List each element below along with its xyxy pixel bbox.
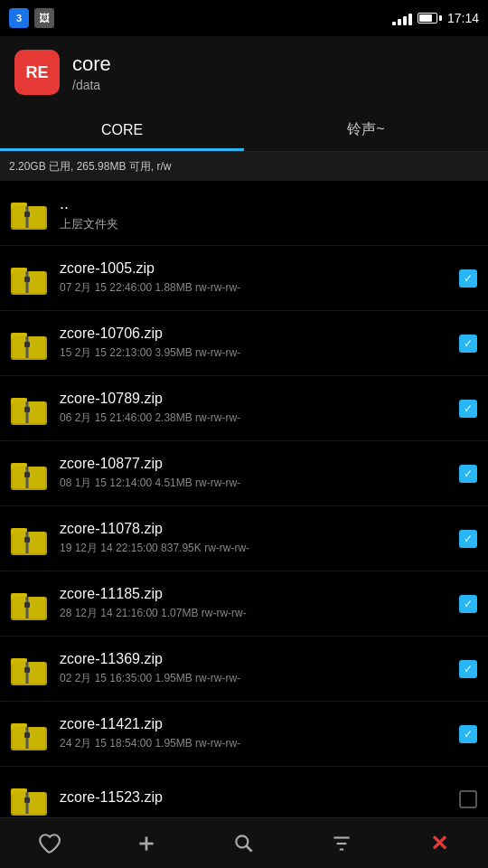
add-button[interactable] [127,824,166,863]
checkbox-inner [459,269,477,288]
file-item[interactable]: zcore-10877.zip08 1月 15 12:14:00 4.51MB … [0,441,488,506]
file-item[interactable]: zcore-10706.zip15 2月 15 22:13:00 3.95MB … [0,311,488,376]
file-checkbox[interactable] [457,463,479,485]
search-icon [232,832,256,855]
file-item[interactable]: zcore-1005.zip07 2月 15 22:46:00 1.88MB r… [0,246,488,311]
file-name: zcore-11185.zip [60,586,446,602]
zip-icon [9,259,49,298]
file-name: zcore-10706.zip [60,326,446,342]
file-name: zcore-1005.zip [60,260,446,277]
favorite-button[interactable] [29,824,69,863]
file-info: zcore-10877.zip08 1月 15 12:14:00 4.51MB … [60,456,446,491]
svg-rect-34 [24,602,30,608]
file-item[interactable]: zcore-11421.zip24 2月 15 18:54:00 1.95MB … [0,702,488,767]
battery-icon [418,13,442,24]
file-name: zcore-10877.zip [60,456,446,472]
svg-rect-9 [24,277,30,282]
parent-folder-item[interactable]: .. 上层文件夹 [0,181,488,246]
file-name: zcore-11421.zip [60,716,446,732]
file-item[interactable]: zcore-10789.zip06 2月 15 21:46:00 2.38MB … [0,376,488,441]
file-meta: 06 2月 15 21:46:00 2.38MB rw-rw-rw- [60,410,446,426]
search-button[interactable] [224,824,264,863]
app-header: RE core /data [0,36,488,108]
zip-icon [9,454,49,494]
svg-rect-29 [24,537,30,542]
checkbox-inner [459,530,477,548]
file-item[interactable]: zcore-11185.zip28 12月 14 21:16:00 1.07MB… [0,571,488,637]
parent-info: .. 上层文件夹 [60,194,479,232]
file-item[interactable]: zcore-11523.zip [0,767,488,817]
status-bar: 3 🖼 17:14 [0,0,488,36]
file-info: zcore-10706.zip15 2月 15 22:13:00 3.95MB … [60,326,446,361]
file-meta: 02 2月 15 16:35:00 1.95MB rw-rw-rw- [60,671,446,686]
file-info: zcore-1005.zip07 2月 15 22:46:00 1.88MB r… [60,260,446,296]
file-checkbox[interactable] [457,268,479,289]
tab-bar: CORE 铃声~ [0,108,488,152]
checkbox-inner [459,725,477,743]
file-info: zcore-11523.zip [60,789,446,809]
file-meta: 15 2月 15 22:13:00 3.95MB rw-rw-rw- [60,345,446,361]
file-list[interactable]: .. 上层文件夹 zcore-1005.zip07 2月 15 22:46:00… [0,181,488,817]
zip-icon [9,324,49,363]
file-checkbox[interactable] [457,528,479,550]
file-name: zcore-11078.zip [60,521,446,537]
svg-rect-24 [24,472,30,477]
file-name: zcore-10789.zip [60,391,446,407]
file-item[interactable]: zcore-11369.zip02 2月 15 16:35:00 1.95MB … [0,637,488,702]
file-name: zcore-11523.zip [60,789,446,806]
heart-icon [37,832,61,855]
checkbox-inner [459,465,477,483]
file-checkbox[interactable] [457,658,479,680]
file-checkbox[interactable] [457,333,479,354]
file-checkbox[interactable] [457,593,479,615]
file-checkbox[interactable] [457,398,479,420]
svg-rect-49 [24,797,30,803]
file-info: zcore-11421.zip24 2月 15 18:54:00 1.95MB … [60,716,446,751]
zip-icon [9,519,49,559]
file-meta: 07 2月 15 22:46:00 1.88MB rw-rw-rw- [60,280,446,296]
notif-count: 3 [16,13,22,24]
zip-icon [9,389,49,429]
svg-point-52 [236,835,248,847]
svg-rect-19 [24,407,30,412]
file-item[interactable]: zcore-11078.zip19 12月 14 22:15:00 837.95… [0,506,488,571]
bottom-toolbar: ✕ [0,817,488,868]
status-right: 17:14 [392,11,479,25]
notification-icon: 3 [9,8,29,28]
file-name: zcore-11369.zip [60,651,446,667]
app-logo: RE [14,50,60,95]
checkbox-inner [459,595,477,613]
file-info: zcore-11185.zip28 12月 14 21:16:00 1.07MB… [60,586,446,621]
file-meta: 28 12月 14 21:16:00 1.07MB rw-rw-rw- [60,606,446,621]
filter-button[interactable] [322,824,361,863]
svg-rect-39 [24,667,30,673]
checkbox-inner [459,790,477,808]
file-meta: 24 2月 15 18:54:00 1.95MB rw-rw-rw- [60,736,446,751]
checkbox-inner [459,335,477,353]
checkbox-inner [459,660,477,678]
file-info: zcore-10789.zip06 2月 15 21:46:00 2.38MB … [60,391,446,426]
svg-line-53 [247,845,252,851]
filter-icon [330,832,353,855]
tab-core[interactable]: CORE [0,108,244,151]
storage-info: 2.20GB 已用, 265.98MB 可用, r/w [0,152,488,181]
checkbox-inner [459,400,477,418]
zip-icon [9,714,49,754]
svg-rect-44 [24,732,30,738]
status-left: 3 🖼 [9,8,54,28]
folder-icon [9,193,49,233]
tab-ringtone[interactable]: 铃声~ [244,108,488,151]
app-title-block: core /data [72,52,111,92]
file-info: zcore-11369.zip02 2月 15 16:35:00 1.95MB … [60,651,446,686]
svg-rect-4 [24,212,30,217]
plus-icon [135,832,158,855]
file-meta: 19 12月 14 22:15:00 837.95K rw-rw-rw- [60,541,446,556]
logo-button[interactable]: ✕ [419,824,459,863]
signal-icon [392,11,412,25]
zip-icon [9,584,49,624]
svg-rect-14 [24,342,30,347]
clock: 17:14 [447,11,479,25]
file-checkbox[interactable] [457,788,479,810]
app-title: core [72,52,111,76]
file-checkbox[interactable] [457,723,479,745]
